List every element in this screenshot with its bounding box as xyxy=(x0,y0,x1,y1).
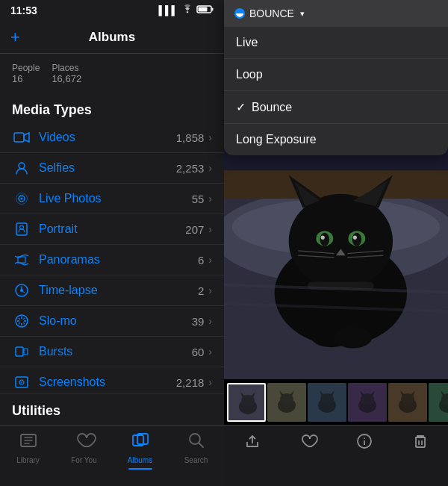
tab-for-you[interactable]: For You xyxy=(56,432,112,464)
places-count: 16,672 xyxy=(52,73,81,84)
long-exposure-option-label: Long Exposure xyxy=(236,133,436,146)
panoramas-chevron: › xyxy=(208,254,212,266)
selfies-chevron: › xyxy=(208,162,212,174)
svg-point-27 xyxy=(21,381,22,383)
svg-point-52 xyxy=(352,233,362,246)
tab-library[interactable]: Library xyxy=(0,432,56,464)
svg-line-19 xyxy=(19,318,20,320)
panoramas-icon xyxy=(12,252,31,267)
svg-rect-2 xyxy=(212,8,214,11)
live-option-label: Live xyxy=(236,36,436,49)
media-item-time-lapse[interactable]: Time-lapse 2 › xyxy=(0,275,224,306)
svg-point-10 xyxy=(20,225,24,229)
info-button[interactable] xyxy=(356,433,373,449)
videos-chevron: › xyxy=(208,131,212,143)
media-item-selfies[interactable]: Selfies 2,253 › xyxy=(0,153,224,184)
search-tab-label: Search xyxy=(184,456,208,464)
screenshots-name: Screenshots xyxy=(39,376,176,389)
screenshots-count: 2,218 xyxy=(176,376,205,389)
svg-rect-3 xyxy=(14,133,24,142)
svg-point-53 xyxy=(321,236,325,240)
portrait-icon xyxy=(12,222,31,237)
videos-count: 1,858 xyxy=(176,131,205,144)
people-label: People xyxy=(12,63,40,73)
tab-bar: Library For You Albums Search xyxy=(0,425,224,486)
time-lapse-count: 2 xyxy=(198,284,204,297)
people-item[interactable]: People 16 xyxy=(12,63,40,84)
panoramas-name: Panoramas xyxy=(39,253,198,267)
videos-name: Videos xyxy=(39,131,176,144)
dropdown-title-row[interactable]: BOUNCE ▾ xyxy=(224,0,448,27)
svg-point-61 xyxy=(334,328,372,349)
filmstrip-thumbnail[interactable] xyxy=(429,383,448,422)
dropdown-item-live[interactable]: Live xyxy=(224,27,448,59)
status-bar: 11:53 ▌▌▌ xyxy=(0,0,224,21)
svg-line-20 xyxy=(23,323,25,324)
delete-button[interactable] xyxy=(412,433,429,449)
albums-header: + Albums xyxy=(0,21,224,54)
media-item-panoramas[interactable]: Panoramas 6 › xyxy=(0,245,224,275)
dropdown-title: BOUNCE xyxy=(249,7,294,19)
tab-search[interactable]: Search xyxy=(168,432,224,464)
dropdown-item-long-exposure[interactable]: Long Exposure xyxy=(224,124,448,155)
signal-icon: ▌▌▌ xyxy=(158,5,178,16)
media-item-live-photos[interactable]: Live Photos 55 › xyxy=(0,184,224,214)
bursts-name: Bursts xyxy=(39,345,192,358)
bursts-chevron: › xyxy=(208,346,212,358)
filmstrip-thumbnail[interactable] xyxy=(348,383,387,422)
time-lapse-chevron: › xyxy=(208,284,212,296)
svg-line-21 xyxy=(23,318,25,320)
filmstrip-thumbnail[interactable] xyxy=(308,383,346,422)
live-photos-count: 55 xyxy=(192,193,205,205)
slo-mo-count: 39 xyxy=(192,315,205,328)
share-button[interactable] xyxy=(244,433,261,449)
people-count: 16 xyxy=(12,73,40,84)
action-bar xyxy=(224,425,448,486)
selfies-name: Selfies xyxy=(39,161,176,175)
library-tab-icon xyxy=(19,432,37,454)
people-places-row: People 16 Places 16,672 xyxy=(0,54,224,93)
places-item[interactable]: Places 16,672 xyxy=(52,63,81,84)
filmstrip-thumbnail[interactable] xyxy=(267,383,306,422)
screenshots-chevron: › xyxy=(208,376,212,388)
svg-point-54 xyxy=(353,236,357,240)
media-item-bursts[interactable]: Bursts 60 › xyxy=(0,337,224,367)
dropdown-item-bounce[interactable]: ✓ Bounce xyxy=(224,91,448,124)
screenshots-icon xyxy=(12,375,31,390)
status-icons: ▌▌▌ xyxy=(158,5,214,16)
loop-option-label: Loop xyxy=(236,68,436,81)
svg-rect-109 xyxy=(416,437,425,447)
for-you-tab-icon xyxy=(75,432,93,454)
dropdown-item-loop[interactable]: Loop xyxy=(224,59,448,91)
utilities-header: Utilities xyxy=(0,393,224,425)
selfies-count: 2,253 xyxy=(176,162,205,175)
right-panel: BOUNCE ▾ Live Loop ✓ Bounce Long Exposur… xyxy=(224,0,448,486)
svg-line-22 xyxy=(19,323,20,324)
portrait-chevron: › xyxy=(208,223,212,235)
media-item-portrait[interactable]: Portrait 207 › xyxy=(0,214,224,245)
time-lapse-icon xyxy=(12,283,31,298)
media-item-videos[interactable]: Videos 1,858 › xyxy=(0,122,224,153)
media-item-slo-mo[interactable]: Slo-mo 39 › xyxy=(0,306,224,337)
media-item-screenshots[interactable]: Screenshots 2,218 › xyxy=(0,367,224,393)
filmstrip-thumbnail[interactable] xyxy=(227,383,266,422)
filmstrip-thumbnail[interactable] xyxy=(388,383,427,422)
svg-rect-1 xyxy=(199,7,208,12)
bursts-icon xyxy=(12,344,31,359)
search-tab-icon xyxy=(187,432,205,454)
add-button[interactable]: + xyxy=(10,28,20,47)
tab-active-indicator xyxy=(128,468,152,470)
svg-point-51 xyxy=(320,233,329,246)
slo-mo-icon xyxy=(12,314,31,328)
albums-title: Albums xyxy=(89,30,135,45)
for-you-tab-label: For You xyxy=(71,456,96,464)
svg-point-8 xyxy=(21,198,23,200)
status-time: 11:53 xyxy=(10,4,37,16)
live-photos-chevron: › xyxy=(208,193,212,205)
selfies-icon xyxy=(12,161,31,175)
filmstrip[interactable] xyxy=(224,378,448,425)
tab-albums[interactable]: Albums xyxy=(112,432,168,470)
dropdown-chevron-icon: ▾ xyxy=(300,9,305,19)
favorite-button[interactable] xyxy=(300,433,317,449)
dropdown-menu: BOUNCE ▾ Live Loop ✓ Bounce Long Exposur… xyxy=(224,0,448,155)
